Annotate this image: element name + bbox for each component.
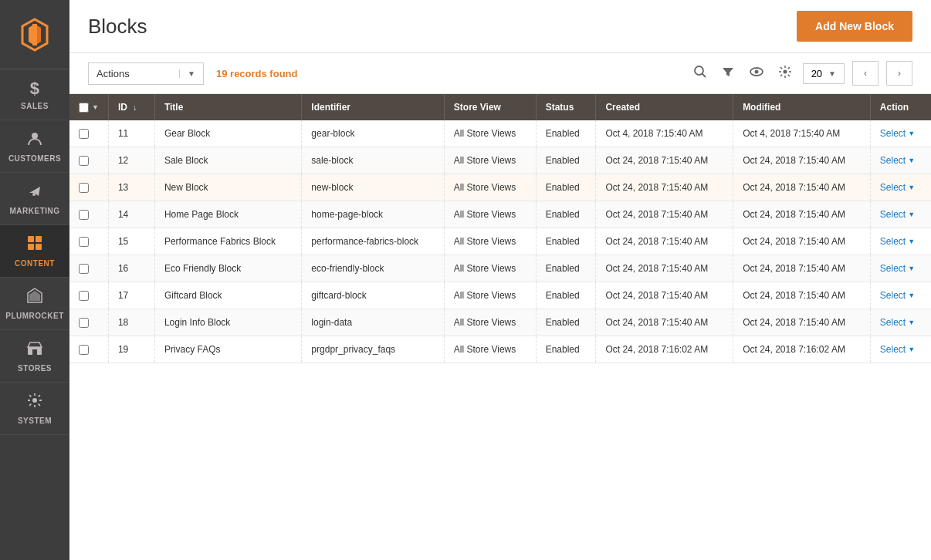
row-action[interactable]: Select ▼ [870,174,931,201]
row-store-view: All Store Views [444,147,536,174]
action-dropdown-arrow: ▼ [908,130,915,137]
row-checkbox[interactable] [79,183,89,193]
action-dropdown-arrow: ▼ [908,211,915,218]
row-store-view: All Store Views [444,120,536,147]
toolbar: Actions ▼ 19 records found [69,53,931,94]
row-checkbox[interactable] [79,291,89,301]
row-id: 19 [108,336,154,363]
table-row: 18 Login Info Block login-data All Store… [69,309,931,336]
action-dropdown-arrow: ▼ [908,265,915,272]
action-select-link[interactable]: Select ▼ [880,290,922,301]
row-checkbox[interactable] [79,264,89,274]
per-page-select[interactable]: 20 ▼ [803,63,845,84]
row-modified: Oct 24, 2018 7:15:40 AM [733,309,871,336]
row-modified: Oct 24, 2018 7:15:40 AM [733,228,871,255]
row-modified: Oct 24, 2018 7:15:40 AM [733,147,871,174]
sidebar-item-sales[interactable]: $ SALES [0,69,69,120]
stores-icon [26,339,43,361]
sidebar-item-customers[interactable]: CUSTOMERS [0,120,69,173]
action-dropdown-arrow: ▼ [908,238,915,245]
next-page-button[interactable]: › [886,61,912,86]
th-title: Title [154,94,301,120]
th-action: Action [870,94,931,120]
row-status: Enabled [536,147,596,174]
row-title: Giftcard Block [154,282,301,309]
row-title: New Block [154,174,301,201]
svg-point-19 [754,70,758,74]
row-checkbox-cell [69,282,108,309]
sidebar-item-marketing[interactable]: MARKETING [0,173,69,225]
row-checkbox[interactable] [79,210,89,220]
th-created: Created [596,94,733,120]
row-action[interactable]: Select ▼ [870,228,931,255]
row-modified: Oct 24, 2018 7:15:40 AM [733,282,871,309]
actions-dropdown-arrow: ▼ [179,69,195,78]
row-modified: Oct 4, 2018 7:15:40 AM [733,120,871,147]
sidebar-item-stores[interactable]: STORES [0,330,69,383]
row-action[interactable]: Select ▼ [870,255,931,282]
action-select-link[interactable]: Select ▼ [880,344,922,355]
row-action[interactable]: Select ▼ [870,282,931,309]
action-select-link[interactable]: Select ▼ [880,155,922,166]
row-checkbox[interactable] [79,318,89,328]
select-all-checkbox[interactable] [79,103,89,113]
row-checkbox[interactable] [79,129,89,139]
blocks-table-container: ▼ ID ↓ Title Identifier Store View Statu… [69,94,931,560]
row-identifier: prgdpr_privacy_faqs [302,336,444,363]
row-created: Oct 4, 2018 7:15:40 AM [596,120,733,147]
action-select-link[interactable]: Select ▼ [880,263,922,274]
action-select-link[interactable]: Select ▼ [880,236,922,247]
svg-point-14 [32,398,37,403]
eye-icon[interactable] [746,62,767,85]
action-select-link[interactable]: Select ▼ [880,182,922,193]
sidebar-item-content[interactable]: CONTENT [0,225,69,278]
prev-page-button[interactable]: ‹ [852,61,879,86]
row-checkbox[interactable] [79,156,89,166]
row-checkbox-cell [69,201,108,228]
row-status: Enabled [536,309,596,336]
customers-icon [26,130,43,151]
row-id: 14 [108,201,154,228]
action-select-link[interactable]: Select ▼ [880,317,922,328]
page-title: Blocks [88,15,147,39]
row-created: Oct 24, 2018 7:15:40 AM [596,282,733,309]
row-modified: Oct 24, 2018 7:15:40 AM [733,255,871,282]
action-dropdown-arrow: ▼ [908,157,915,164]
row-id: 17 [108,282,154,309]
th-id[interactable]: ID ↓ [108,94,154,120]
plumrocket-icon [26,287,43,309]
row-title: Gear Block [154,120,301,147]
sidebar-item-system[interactable]: SYSTEM [0,383,69,435]
settings-icon[interactable] [775,62,795,85]
row-checkbox[interactable] [79,237,89,247]
row-action[interactable]: Select ▼ [870,309,931,336]
svg-rect-7 [36,236,42,242]
system-icon [26,392,43,413]
row-action[interactable]: Select ▼ [870,336,931,363]
row-action[interactable]: Select ▼ [870,147,931,174]
row-status: Enabled [536,120,596,147]
row-checkbox-cell: 1 → [69,174,108,201]
th-store-view: Store View [444,94,536,120]
svg-rect-8 [28,244,34,250]
th-status: Status [536,94,596,120]
row-id: 15 [108,228,154,255]
row-checkbox[interactable] [79,345,89,355]
svg-rect-3 [32,24,37,46]
row-title: Login Info Block [154,309,301,336]
filter-icon[interactable] [718,62,738,85]
row-status: Enabled [536,228,596,255]
action-select-link[interactable]: Select ▼ [880,209,922,220]
sidebar-item-label: PLUMROCKET [5,312,64,320]
row-action[interactable]: Select ▼ [870,201,931,228]
actions-label: Actions [96,68,130,79]
action-select-link[interactable]: Select ▼ [880,128,922,139]
actions-dropdown[interactable]: Actions ▼ [88,62,204,85]
search-icon[interactable] [690,62,710,85]
row-action[interactable]: Select ▼ [870,120,931,147]
row-checkbox-cell [69,309,108,336]
sidebar-item-plumrocket[interactable]: PLUMROCKET [0,278,69,330]
row-store-view: All Store Views [444,228,536,255]
add-new-block-button[interactable]: Add New Block [797,11,912,42]
row-modified: Oct 24, 2018 7:15:40 AM [733,201,871,228]
